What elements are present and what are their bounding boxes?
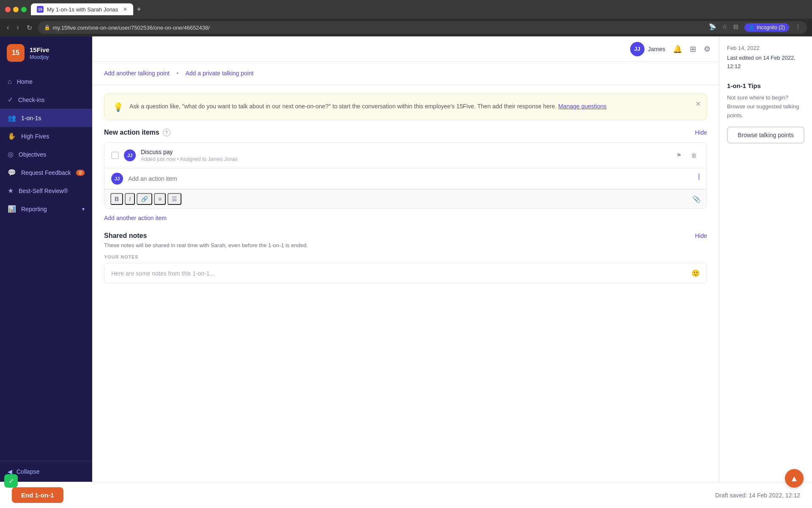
url-text: my.15five.com/one-on-one/user/7502536/on… <box>53 25 210 31</box>
menu-icon[interactable]: ⋮ <box>795 23 801 32</box>
help-icon[interactable]: ? <box>163 129 170 136</box>
action-items-section: New action items ? Hide JJ Discuss pay <box>104 129 707 222</box>
lightbulb-icon: 💡 <box>113 102 123 112</box>
action-items-card: JJ Discuss pay Added just now • Assigned… <box>104 142 707 209</box>
text-cursor: | <box>698 173 700 180</box>
sidebar-item-label: Request Feedback <box>21 169 71 176</box>
sidebar-item-label: Objectives <box>19 151 46 158</box>
action-item-actions: ⚑ 🗑 <box>673 149 700 161</box>
add-another-talking-point-button[interactable]: Add another talking point <box>104 70 170 77</box>
collapse-button[interactable]: ◀ Collapse <box>8 468 85 475</box>
sidebar-item-home[interactable]: ⌂ Home <box>0 73 92 91</box>
add-action-input[interactable] <box>128 173 693 185</box>
check-badge[interactable]: ✓ <box>4 474 18 488</box>
requestfeedback-icon: 💬 <box>8 168 16 177</box>
logo-name: 15Five <box>30 46 49 54</box>
attach-button[interactable]: 📎 <box>692 195 701 203</box>
info-banner-text: Ask a question like, "what do you want t… <box>129 102 698 111</box>
link-button[interactable]: 🔗 <box>137 193 152 205</box>
logo-text-block: 15Five Moodjoy <box>30 46 49 60</box>
shared-notes-hide-button[interactable]: Hide <box>695 232 707 239</box>
action-item-row: JJ Discuss pay Added just now • Assigned… <box>104 143 707 168</box>
extensions-icon[interactable]: ⊟ <box>733 23 738 32</box>
new-tab-button[interactable]: + <box>137 5 141 14</box>
your-notes-label: YOUR NOTES <box>104 254 707 260</box>
bookmark-icon[interactable]: ☆ <box>722 23 727 32</box>
url-bar[interactable]: 🔒 my.15five.com/one-on-one/user/7502536/… <box>38 21 807 34</box>
sidebar-item-label: Reporting <box>21 206 47 213</box>
tab-favicon: 15 <box>37 6 44 13</box>
avatar: JJ <box>630 42 645 56</box>
sidebar-item-label: High Fives <box>21 133 49 140</box>
back-button[interactable]: ‹ <box>5 22 11 33</box>
incognito-badge[interactable]: 👤 Incognito (2) <box>744 23 789 32</box>
maximize-dot[interactable] <box>21 7 27 12</box>
url-bar-icons: 📡 ☆ ⊟ 👤 Incognito (2) ⋮ <box>709 23 801 32</box>
bold-button[interactable]: B <box>110 193 123 205</box>
tips-text: Not sure where to begin? Browse our sugg… <box>727 94 804 120</box>
active-tab[interactable]: 15 My 1-on-1s with Sarah Jonas ✕ <box>31 3 133 15</box>
add-private-talking-point-button[interactable]: Add a private talking point <box>186 70 254 77</box>
tips-title: 1-on-1 Tips <box>727 82 804 89</box>
sidebar-item-1on1s[interactable]: 👥 1-on-1s <box>0 109 92 127</box>
sidebar-item-objectives[interactable]: ◎ Objectives <box>0 145 92 163</box>
action-items-title: New action items ? <box>104 129 170 136</box>
user-pill: JJ James <box>630 42 665 56</box>
user-name: James <box>648 46 665 52</box>
separator: • <box>176 69 179 77</box>
sidebar-item-label: 1-on-1s <box>21 115 41 121</box>
grid-icon[interactable]: ⊞ <box>690 44 696 54</box>
url-bar-row: ‹ › ↻ 🔒 my.15five.com/one-on-one/user/75… <box>0 19 812 36</box>
action-item-checkbox[interactable] <box>111 152 119 159</box>
ordered-list-button[interactable]: ≡ <box>154 193 166 205</box>
banner-close-button[interactable]: ✕ <box>695 100 701 108</box>
add-action-avatar: JJ <box>111 173 123 185</box>
tab-bar: 15 My 1-on-1s with Sarah Jonas ✕ + <box>31 3 807 15</box>
forward-button[interactable]: › <box>15 22 20 33</box>
emoji-button[interactable]: 🙂 <box>691 269 700 277</box>
action-item-delete-button[interactable]: 🗑 <box>688 149 700 161</box>
right-sidebar: Feb 14, 2022 Last edited on 14 Feb 2022,… <box>719 36 812 482</box>
sidebar-item-label: Best-Self Review® <box>19 188 68 194</box>
sidebar-item-checkins[interactable]: ✓ Check-ins <box>0 91 92 109</box>
page-header: JJ James 🔔 ⊞ ⚙ <box>92 36 719 62</box>
sidebar-item-highfives[interactable]: ✋ High Fives <box>0 127 92 145</box>
action-item-meta: Added just now • Assigned to James Jonas <box>141 156 668 162</box>
bell-icon[interactable]: 🔔 <box>673 44 682 54</box>
shared-notes-subtitle: These notes will be shared in real time … <box>104 242 707 248</box>
sidebar: 15 15Five Moodjoy ⌂ Home ✓ Check-ins 👥 1… <box>0 36 92 482</box>
notes-input[interactable]: Here are some notes from this 1-on-1... … <box>104 263 707 284</box>
sidebar-item-bestself[interactable]: ★ Best-Self Review® <box>0 182 92 200</box>
italic-button[interactable]: I <box>125 193 135 205</box>
reporting-chevron-icon: ▾ <box>82 206 85 212</box>
date-display: Feb 14, 2022 <box>727 45 804 51</box>
action-item-avatar: JJ <box>124 149 136 161</box>
sidebar-logo: 15 15Five Moodjoy <box>0 36 92 69</box>
action-items-hide-button[interactable]: Hide <box>695 129 707 136</box>
action-item-flag-button[interactable]: ⚑ <box>673 149 685 161</box>
add-another-action-item-button[interactable]: Add another action item <box>104 215 167 221</box>
cast-icon[interactable]: 📡 <box>709 23 716 32</box>
tab-close-button[interactable]: ✕ <box>123 6 127 12</box>
minimize-dot[interactable] <box>13 7 19 12</box>
fab-button[interactable]: ▲ <box>785 469 804 488</box>
close-dot[interactable] <box>5 7 11 12</box>
content-area: JJ James 🔔 ⊞ ⚙ Add another talking point… <box>92 36 719 482</box>
browser-dots <box>5 7 27 12</box>
browse-talking-points-button[interactable]: Browse talking points <box>727 127 804 144</box>
draft-saved-label: Draft saved: 14 Feb 2022, 12:12 <box>715 492 800 499</box>
collapse-label: Collapse <box>16 468 39 475</box>
last-edited: Last edited on 14 Feb 2022, 12:12 <box>727 54 804 70</box>
unordered-list-button[interactable]: ☰ <box>167 193 181 205</box>
bestself-icon: ★ <box>8 187 14 195</box>
info-banner: 💡 Ask a question like, "what do you want… <box>104 94 707 120</box>
end-1on1-button[interactable]: End 1-on-1 <box>12 487 63 503</box>
settings-icon[interactable]: ⚙ <box>704 44 710 54</box>
app-container: 15 15Five Moodjoy ⌂ Home ✓ Check-ins 👥 1… <box>0 36 812 482</box>
manage-questions-link[interactable]: Manage questions <box>558 103 606 110</box>
sidebar-item-reporting[interactable]: 📊 Reporting ▾ <box>0 200 92 218</box>
sidebar-item-requestfeedback[interactable]: 💬 Request Feedback 8 <box>0 163 92 182</box>
logo-icon: 15 <box>7 44 25 62</box>
notes-placeholder: Here are some notes from this 1-on-1... <box>111 270 214 277</box>
reload-button[interactable]: ↻ <box>25 22 34 33</box>
